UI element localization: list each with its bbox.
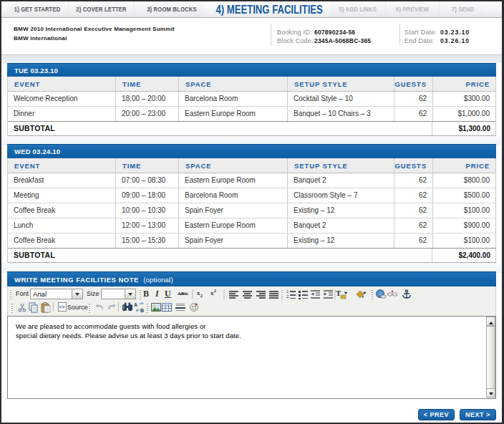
svg-text:2: 2: [286, 294, 289, 299]
svg-text:B: B: [140, 308, 144, 313]
svg-text:1: 1: [286, 289, 289, 294]
svg-text:<>: <>: [59, 304, 65, 309]
svg-text:A: A: [134, 302, 137, 307]
